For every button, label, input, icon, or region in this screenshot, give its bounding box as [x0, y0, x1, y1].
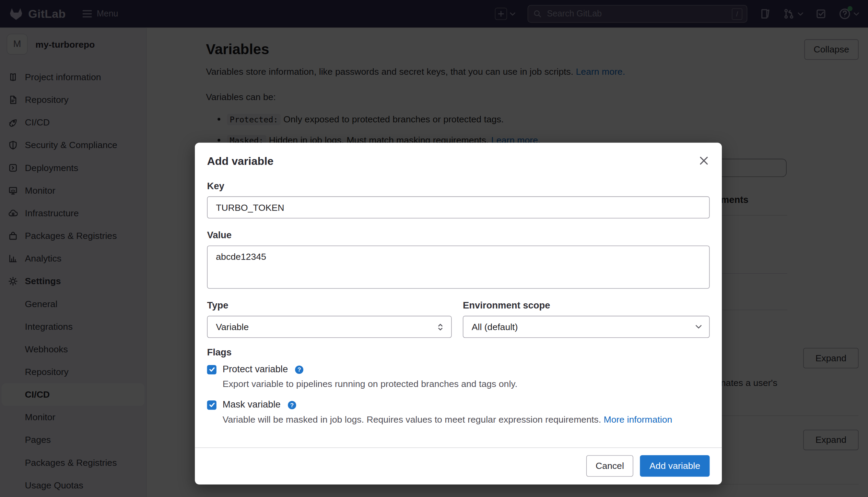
- stepper-icon: [437, 323, 444, 331]
- add-variable-modal: Add variable Key Value abcde12345 Type V…: [195, 143, 722, 484]
- protect-variable-help: Export variable to pipelines running on …: [223, 377, 683, 391]
- flags-label: Flags: [207, 347, 709, 358]
- type-value: Variable: [216, 322, 249, 332]
- add-variable-button[interactable]: Add variable: [640, 455, 710, 477]
- mask-help-text: Variable will be masked in job logs. Req…: [223, 414, 601, 424]
- cancel-button[interactable]: Cancel: [586, 455, 634, 477]
- environment-scope-value: All (default): [472, 322, 518, 332]
- check-icon: [208, 366, 215, 373]
- gitlab-app: GitLab Menu: [0, 0, 868, 497]
- value-label: Value: [207, 230, 709, 241]
- close-icon[interactable]: [698, 155, 710, 167]
- protect-variable-label: Protect variable: [223, 364, 288, 375]
- type-select[interactable]: Variable: [207, 316, 451, 338]
- environment-scope-label: Environment scope: [463, 300, 710, 311]
- protect-variable-checkbox[interactable]: [207, 365, 216, 374]
- key-input[interactable]: [207, 196, 709, 219]
- modal-title: Add variable: [207, 155, 273, 168]
- modal-footer: Cancel Add variable: [195, 447, 722, 484]
- mask-variable-checkbox[interactable]: [207, 400, 216, 409]
- key-label: Key: [207, 181, 709, 192]
- protect-help-icon[interactable]: ?: [295, 365, 303, 374]
- type-label: Type: [207, 300, 451, 311]
- chevron-down-icon: [695, 325, 702, 329]
- environment-scope-select[interactable]: All (default): [463, 316, 710, 338]
- more-information-link[interactable]: More information: [603, 414, 672, 424]
- mask-variable-help: Variable will be masked in job logs. Req…: [223, 413, 683, 426]
- value-input[interactable]: abcde12345: [207, 245, 709, 289]
- mask-help-icon[interactable]: ?: [288, 401, 296, 409]
- mask-variable-label: Mask variable: [223, 399, 281, 410]
- check-icon: [208, 401, 215, 408]
